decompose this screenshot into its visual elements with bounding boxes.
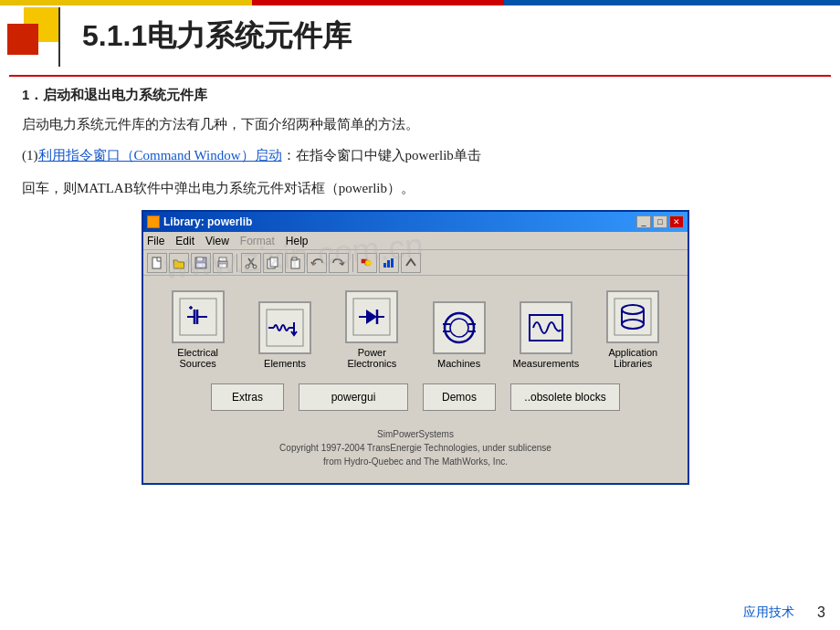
machines-item[interactable]: Machines [418,301,500,369]
powerlib-window: Library: powerlib _ □ ✕ File Edit View F… [142,210,689,485]
elements-item[interactable]: Elements [244,301,326,369]
elements-label: Elements [264,358,306,369]
text2-pre: (1) [22,148,38,163]
electrical-sources-icon[interactable] [172,290,225,343]
close-button[interactable]: ✕ [669,215,684,228]
tb-run-button[interactable] [357,253,377,273]
elements-icon[interactable] [258,301,311,354]
footer-line-1: SimPowerSystems [154,427,677,441]
corner-decoration [7,7,71,67]
bottom-right-text: 应用技术 [743,604,794,621]
vertical-line [58,7,60,67]
window-content: ElectricalSources Elements [143,276,688,483]
tb-paste-button[interactable] [285,253,305,273]
svg-rect-14 [292,257,297,260]
window-titlebar: Library: powerlib _ □ ✕ [143,212,688,232]
measurements-icon[interactable] [520,301,572,354]
application-libraries-label: ApplicationLibraries [608,347,657,369]
minimize-button[interactable]: _ [636,215,651,228]
svg-rect-12 [270,257,278,267]
footer-line-3: from Hydro-Quebec and The MathWorks, Inc… [154,455,677,468]
page-number: 3 [817,604,825,621]
svg-rect-6 [219,264,226,268]
svg-point-39 [450,319,468,337]
powergui-button[interactable]: powergui [299,383,408,411]
svg-point-46 [622,320,644,329]
menu-format: Format [240,235,275,247]
body-text-1: 启动电力系统元件库的方法有几种，下面介绍两种最简单的方法。 [22,113,419,137]
window-icon [147,215,160,228]
tb-print-button[interactable] [213,253,233,273]
svg-marker-34 [366,310,377,324]
body-text-3: 回车，则MATLAB软件中弹出电力系统元件对话框（powerlib）。 [22,177,415,201]
window-controls: _ □ ✕ [636,215,684,228]
tb-sep-2 [352,254,353,272]
svg-rect-5 [219,257,226,261]
power-electronics-item[interactable]: PowerElectronics [331,290,413,369]
electrical-sources-item[interactable]: ElectricalSources [157,290,239,369]
machines-icon[interactable] [433,301,486,354]
button-row: Extras powergui Demos ..obsolete blocks [154,383,677,411]
tb-new-button[interactable] [147,253,167,273]
tb-redo-button[interactable] [329,253,349,273]
tb-undo-button[interactable] [307,253,327,273]
menu-view[interactable]: View [205,235,229,247]
tb-open-button[interactable] [169,253,189,273]
svg-rect-19 [383,263,386,268]
machines-label: Machines [437,358,480,369]
demos-button[interactable]: Demos [423,383,496,411]
top-bar [0,0,840,5]
section-heading: 1．启动和退出电力系统元件库 [22,87,207,104]
svg-point-18 [370,261,373,264]
svg-rect-21 [391,258,394,268]
tb-chart-button[interactable] [379,253,399,273]
text2-post: ：在指令窗口中键入powerlib单击 [282,148,481,163]
menu-bar: File Edit View Format Help [143,232,688,250]
tb-save-button[interactable] [191,253,211,273]
maximize-button[interactable]: □ [653,215,667,228]
measurements-label: Measurements [513,358,580,369]
svg-point-10 [253,265,257,268]
measurements-item[interactable]: Measurements [505,301,587,369]
menu-file[interactable]: File [147,235,164,247]
application-libraries-icon[interactable] [606,290,659,343]
svg-point-9 [246,265,249,268]
svg-rect-20 [387,260,390,268]
svg-rect-3 [196,263,205,268]
power-electronics-icon[interactable] [345,290,398,343]
body-text-2: (1)利用指令窗口（Command Window）启动：在指令窗口中键入powe… [22,144,818,168]
title-rule [9,75,831,77]
menu-help[interactable]: Help [286,235,309,247]
tb-cut-button[interactable] [241,253,261,273]
page-title: 5.1.1电力系统元件库 [82,16,352,57]
text2-link[interactable]: 利用指令窗口（Command Window）启动 [38,148,282,163]
window-title-area: Library: powerlib [147,215,252,228]
svg-rect-2 [197,257,203,261]
obsolete-blocks-button[interactable]: ..obsolete blocks [510,383,620,411]
tb-sep-1 [236,254,237,272]
power-electronics-label: PowerElectronics [347,347,396,369]
window-footer: SimPowerSystems Copyright 1997-2004 Tran… [154,424,677,476]
svg-point-38 [445,313,474,342]
extras-button[interactable]: Extras [211,383,284,411]
library-icon-grid: ElectricalSources Elements [154,290,677,369]
window-title: Library: powerlib [163,215,252,228]
svg-point-45 [622,305,644,314]
red-square [7,24,38,55]
electrical-sources-label: ElectricalSources [177,347,218,369]
toolbar [143,250,688,276]
svg-rect-44 [530,315,562,341]
tb-copy-button[interactable] [263,253,283,273]
application-libraries-item[interactable]: ApplicationLibraries [592,290,674,369]
footer-line-2: Copyright 1997-2004 TransEnergie Technol… [154,441,677,455]
tb-up-button[interactable] [401,253,421,273]
app-tech-label: 应用技术 [743,605,794,619]
menu-edit[interactable]: Edit [175,235,194,247]
